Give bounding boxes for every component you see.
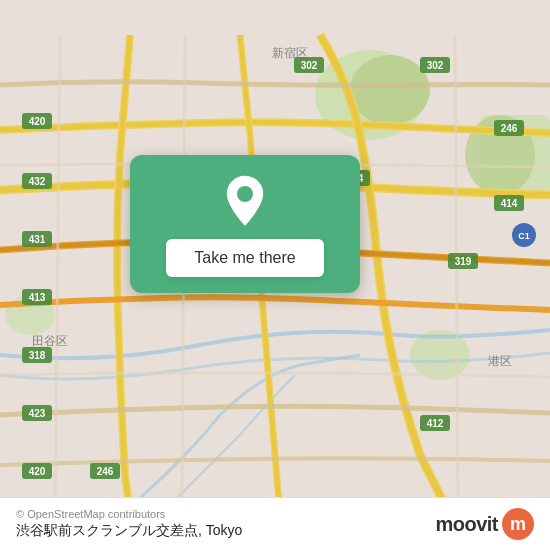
bottom-info: © OpenStreetMap contributors 渋谷駅前スクランブル交… <box>16 508 242 540</box>
moovit-wordmark: moovit <box>435 513 498 536</box>
take-me-there-button[interactable]: Take me there <box>166 239 323 277</box>
map-container[interactable]: 420 432 431 413 318 423 420 302 302 414 … <box>0 0 550 550</box>
svg-text:319: 319 <box>455 256 472 267</box>
svg-text:302: 302 <box>301 60 318 71</box>
location-pin-icon <box>221 173 269 229</box>
bottom-bar: © OpenStreetMap contributors 渋谷駅前スクランブル交… <box>0 497 550 550</box>
moovit-logo: moovit m <box>435 508 534 540</box>
svg-point-42 <box>237 186 253 202</box>
svg-point-2 <box>350 55 430 125</box>
svg-text:412: 412 <box>427 418 444 429</box>
svg-text:港区: 港区 <box>488 354 512 368</box>
svg-text:420: 420 <box>29 466 46 477</box>
svg-text:C1: C1 <box>518 231 530 241</box>
svg-text:413: 413 <box>29 292 46 303</box>
svg-text:302: 302 <box>427 60 444 71</box>
copyright-text: © OpenStreetMap contributors <box>16 508 242 520</box>
svg-text:新宿区: 新宿区 <box>272 46 308 60</box>
svg-text:423: 423 <box>29 408 46 419</box>
svg-text:431: 431 <box>29 234 46 245</box>
location-name: 渋谷駅前スクランブル交差点, Tokyo <box>16 522 242 540</box>
moovit-icon: m <box>502 508 534 540</box>
svg-text:414: 414 <box>501 198 518 209</box>
svg-text:420: 420 <box>29 116 46 127</box>
svg-text:246: 246 <box>501 123 518 134</box>
location-card: Take me there <box>130 155 360 293</box>
svg-text:246: 246 <box>97 466 114 477</box>
svg-text:田谷区: 田谷区 <box>32 334 68 348</box>
svg-text:432: 432 <box>29 176 46 187</box>
svg-text:318: 318 <box>29 350 46 361</box>
